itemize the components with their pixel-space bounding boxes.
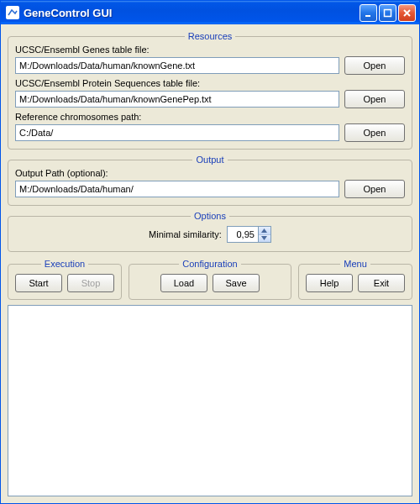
genes-label: UCSC/Ensembl Genes table file: (15, 45, 405, 55)
stop-button: Stop (67, 274, 114, 292)
help-button[interactable]: Help (306, 274, 353, 292)
app-window: GeneControl GUI Resources UCSC/Ensembl G… (0, 0, 420, 504)
titlebar: GeneControl GUI (1, 1, 419, 24)
menu-group: Menu Help Exit (298, 259, 412, 300)
output-legend: Output (192, 155, 227, 165)
output-field: Output Path (optional): Open (15, 168, 405, 198)
genes-field: UCSC/Ensembl Genes table file: Open (15, 45, 405, 75)
configuration-legend: Configuration (179, 259, 240, 269)
resources-legend: Resources (185, 31, 236, 41)
svg-rect-1 (385, 9, 391, 16)
resources-group: Resources UCSC/Ensembl Genes table file:… (8, 31, 412, 150)
chrom-open-button[interactable]: Open (344, 123, 405, 142)
minsim-spinner[interactable] (227, 226, 271, 243)
minsim-input[interactable] (228, 227, 258, 242)
chrom-field: Reference chromosomes path: Open (15, 112, 405, 142)
output-path-input[interactable] (15, 181, 339, 197)
execution-group: Execution Start Stop (8, 259, 122, 300)
menu-legend: Menu (340, 259, 370, 269)
protein-label: UCSC/Ensembl Protein Sequences table fil… (15, 78, 405, 88)
minsim-label: Minimal similarity: (149, 229, 222, 239)
execution-legend: Execution (41, 259, 88, 269)
protein-input[interactable] (15, 91, 339, 108)
options-group: Options Minimal similarity: (8, 211, 412, 252)
spinner-down-icon[interactable] (259, 235, 270, 243)
svg-marker-2 (261, 228, 267, 233)
button-groups: Execution Start Stop Configuration Load … (8, 259, 412, 300)
log-textarea[interactable] (8, 305, 412, 496)
save-button[interactable]: Save (213, 274, 260, 292)
configuration-group: Configuration Load Save (129, 259, 291, 300)
maximize-button[interactable] (379, 4, 396, 22)
svg-rect-0 (365, 15, 370, 17)
output-path-label: Output Path (optional): (15, 168, 405, 178)
close-button[interactable] (398, 4, 416, 22)
chrom-input[interactable] (15, 124, 339, 141)
output-open-button[interactable]: Open (344, 180, 405, 198)
spinner-up-icon[interactable] (259, 227, 270, 235)
protein-field: UCSC/Ensembl Protein Sequences table fil… (15, 78, 405, 108)
app-icon (6, 6, 19, 19)
protein-open-button[interactable]: Open (344, 90, 405, 108)
start-button[interactable]: Start (15, 274, 62, 292)
window-controls (360, 4, 416, 22)
content-area: Resources UCSC/Ensembl Genes table file:… (1, 24, 419, 503)
genes-input[interactable] (15, 57, 339, 74)
svg-marker-3 (261, 236, 267, 240)
output-group: Output Output Path (optional): Open (8, 155, 412, 206)
window-title: GeneControl GUI (24, 7, 360, 19)
genes-open-button[interactable]: Open (344, 56, 405, 75)
exit-button[interactable]: Exit (358, 274, 405, 292)
chrom-label: Reference chromosomes path: (15, 112, 405, 122)
load-button[interactable]: Load (160, 274, 207, 292)
options-legend: Options (191, 211, 229, 221)
minimize-button[interactable] (360, 4, 377, 22)
